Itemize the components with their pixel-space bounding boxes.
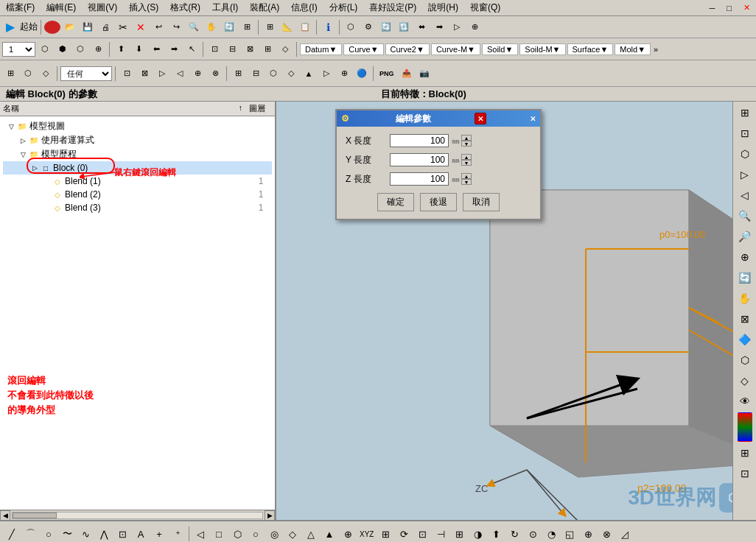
- datum-dropdown[interactable]: Datum▼: [300, 43, 342, 55]
- export-btn[interactable]: 📤: [399, 66, 415, 82]
- layer-icon1[interactable]: ⬡: [37, 41, 53, 57]
- cut-btn[interactable]: ✂: [115, 19, 131, 35]
- menu-assembly[interactable]: 裝配(A): [247, 1, 282, 15]
- layer-icon2[interactable]: ⬢: [55, 41, 71, 57]
- close-btn[interactable]: ✕: [133, 19, 149, 35]
- btm-oval[interactable]: ○: [247, 524, 265, 542]
- z-spinner[interactable]: ▲ ▼: [461, 173, 472, 185]
- move2-btn[interactable]: ⬇: [130, 41, 147, 57]
- camera-btn[interactable]: 📷: [416, 66, 433, 82]
- move3-btn[interactable]: ⬅: [148, 41, 164, 57]
- redo-btn[interactable]: ↪: [168, 19, 184, 35]
- snap3[interactable]: ⊟: [248, 66, 264, 82]
- pan-btn[interactable]: ✋: [203, 19, 220, 35]
- expander-model-hist[interactable]: ▽: [18, 149, 28, 160]
- obj-btn[interactable]: ⊞: [2, 66, 18, 82]
- shading-btn[interactable]: 🔷: [735, 330, 755, 349]
- z-down[interactable]: ▼: [461, 179, 472, 185]
- more-btn[interactable]: »: [652, 45, 659, 54]
- x-up[interactable]: ▲: [461, 135, 472, 141]
- window-maximize[interactable]: □: [724, 3, 735, 13]
- menu-window[interactable]: 視窗(Q): [467, 1, 503, 15]
- sel3[interactable]: ⊠: [242, 41, 258, 57]
- icon5[interactable]: ⬌: [413, 19, 430, 35]
- menu-format[interactable]: 格式(R): [167, 1, 203, 15]
- btm-hole[interactable]: ⊙: [524, 524, 542, 542]
- btm-3d2[interactable]: ▲: [321, 524, 338, 542]
- curve2-dropdown[interactable]: Curve2▼: [385, 43, 430, 55]
- btm-text[interactable]: A: [132, 524, 150, 542]
- btm-mirror[interactable]: ⊣: [432, 524, 449, 542]
- snap7[interactable]: ▷: [318, 66, 335, 82]
- window-minimize[interactable]: ─: [707, 3, 718, 13]
- btm-3d1[interactable]: △: [302, 524, 320, 542]
- wireframe-btn[interactable]: ⬡: [735, 351, 755, 370]
- btm-plus2[interactable]: ⁺: [169, 524, 186, 542]
- view-left[interactable]: ◁: [735, 186, 755, 205]
- btm-draft[interactable]: ◿: [616, 524, 634, 542]
- dialog-x-icon[interactable]: ✕: [530, 115, 536, 123]
- edge-btn[interactable]: ◇: [38, 66, 54, 82]
- btm-save2[interactable]: ⊡: [113, 524, 131, 542]
- btm-hex[interactable]: ⬡: [228, 524, 246, 542]
- window-close[interactable]: ✕: [741, 2, 753, 13]
- layer-icon3[interactable]: ⬡: [72, 41, 88, 57]
- snap2[interactable]: ⊞: [230, 66, 246, 82]
- view-right[interactable]: ▷: [735, 165, 755, 184]
- btm-wave[interactable]: 〜: [58, 524, 76, 542]
- icon8[interactable]: ⊕: [466, 19, 483, 35]
- ok-button[interactable]: 確定: [377, 193, 414, 211]
- filter5[interactable]: ⊗: [207, 66, 223, 82]
- fit-view[interactable]: ⊕: [735, 247, 755, 267]
- view-front[interactable]: ⬡: [735, 144, 755, 163]
- menu-help[interactable]: 說明(H): [425, 1, 461, 15]
- hscroll-track[interactable]: [12, 512, 263, 519]
- sel2[interactable]: ⊟: [224, 41, 240, 57]
- extra2[interactable]: ⊡: [735, 464, 755, 483]
- btm-diamond[interactable]: ◇: [284, 524, 301, 542]
- bullet-btn[interactable]: [44, 21, 60, 34]
- tree-blend1[interactable]: ◇ Blend (1) 1: [3, 175, 272, 188]
- snap9[interactable]: 🔵: [354, 66, 370, 82]
- menu-tools[interactable]: 工具(I): [209, 1, 241, 15]
- filter4[interactable]: ⊕: [189, 66, 206, 82]
- z-input[interactable]: [390, 172, 449, 186]
- view-iso[interactable]: ⊞: [735, 103, 755, 122]
- btm-coord[interactable]: XYZ: [357, 524, 376, 542]
- expander-model-view[interactable]: ▽: [6, 122, 16, 132]
- tree-blend3[interactable]: ◇ Blend (3) 1: [3, 201, 272, 214]
- number-dropdown[interactable]: 1: [2, 42, 35, 57]
- layer-btn[interactable]: 📋: [297, 19, 313, 35]
- btm-sphere[interactable]: ⊕: [339, 524, 357, 542]
- open-btn[interactable]: 📂: [62, 19, 78, 35]
- expander-block0[interactable]: ▷: [29, 163, 40, 173]
- select-all[interactable]: ⊡: [119, 66, 135, 82]
- hscrollbar[interactable]: ◀ ▶: [0, 510, 275, 520]
- btm-extrude[interactable]: ⬆: [487, 524, 505, 542]
- icon4[interactable]: 🔃: [396, 19, 412, 35]
- btm-line[interactable]: ╱: [3, 524, 21, 542]
- snap4[interactable]: ⬡: [265, 66, 281, 82]
- btm-circle[interactable]: ○: [40, 524, 57, 542]
- x-input[interactable]: [390, 134, 449, 147]
- icon2[interactable]: ⚙: [360, 19, 377, 35]
- x-down[interactable]: ▼: [461, 141, 472, 147]
- sel4[interactable]: ⊞: [259, 41, 276, 57]
- rotate-view[interactable]: 🔄: [735, 268, 755, 287]
- btm-arc[interactable]: ⌒: [21, 524, 39, 542]
- undo-btn[interactable]: ↩: [150, 19, 167, 35]
- hscroll-right[interactable]: ▶: [265, 510, 275, 521]
- dialog-title-bar[interactable]: ⚙ 編輯參數 ✕ ✕: [337, 110, 540, 127]
- menu-analysis[interactable]: 分析(L): [326, 1, 361, 15]
- zoom-out[interactable]: 🔎: [735, 227, 755, 246]
- curvem-dropdown[interactable]: Curve-M▼: [431, 43, 480, 55]
- filter-dropdown[interactable]: 任何: [60, 66, 112, 81]
- btm-plus[interactable]: +: [150, 524, 168, 542]
- btm-scale[interactable]: ⊡: [413, 524, 431, 542]
- menu-file[interactable]: 檔案(F): [3, 1, 38, 15]
- vis-btn[interactable]: 👁: [735, 392, 755, 411]
- fit-btn[interactable]: ⊞: [239, 19, 255, 35]
- cancel-button[interactable]: 取消: [463, 193, 500, 211]
- tree-block0[interactable]: ▷ □ Block (0): [3, 161, 272, 175]
- face-btn[interactable]: ⬡: [20, 66, 36, 82]
